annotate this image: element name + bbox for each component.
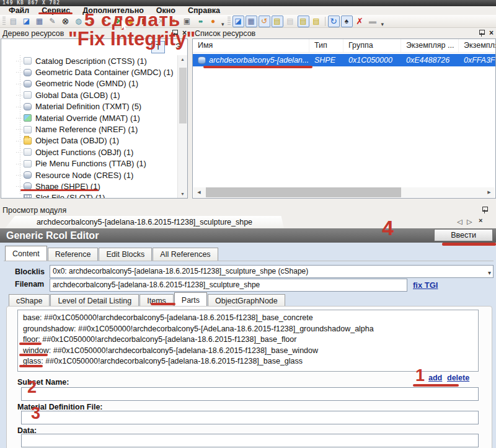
tab-all-references[interactable]: All References <box>153 248 218 261</box>
tree-item-glob[interactable]: Global Data (GLOB) (1) <box>1 89 177 101</box>
tree-item-mmat[interactable]: Material Override (MMAT) (1) <box>1 112 177 123</box>
database-icon <box>24 171 32 179</box>
delete-record-icon[interactable]: ▤ <box>272 16 283 27</box>
underline-service-menu <box>38 12 73 14</box>
scroll-right-icon[interactable]: ▶ <box>484 187 495 197</box>
resource-row-selected[interactable]: archdecorbalcony5-[adelan... SHPE 0x1C05… <box>193 54 495 66</box>
subset-name-label: Subset Name: <box>17 378 69 387</box>
refresh-icon[interactable]: ↻ <box>328 16 340 27</box>
toolbar: ▤ ◪ ▦ ✎ ⊗ ◍ ◒ ◓ ❖ ◆ ▮ ✕ ✦ ▣ ●● ● ▾ ◪ ▦ ↺… <box>0 15 496 28</box>
rcol-editor-area: Content Reference Edit Blocks All Refere… <box>0 243 496 448</box>
record-disabled-icon[interactable]: ▤ <box>285 16 296 27</box>
toolbar-separator <box>325 17 326 26</box>
hat-icon[interactable]: ♠ <box>341 16 353 27</box>
tree-item-objd[interactable]: Object Data (OBJD) (1) <box>1 135 177 146</box>
underline-parts-tab <box>151 303 175 305</box>
subset-name-input[interactable] <box>21 387 479 401</box>
column-instance[interactable]: Экземпля <box>459 39 495 52</box>
records-icon[interactable]: ▤ <box>298 16 309 27</box>
part-line-glass[interactable]: glass: ##0x1C050000!archdecorbalcony5-[a… <box>23 356 473 367</box>
tab-reference[interactable]: Reference <box>48 248 99 261</box>
person-icon[interactable]: ● <box>207 16 219 27</box>
chevron-down-icon[interactable]: ▾ <box>488 267 491 278</box>
delete-red-icon[interactable]: ✗ <box>354 16 366 27</box>
delete-link[interactable]: delete <box>447 374 469 382</box>
grid-icon <box>24 194 32 198</box>
annotation-2: 2 <box>27 379 37 396</box>
filename-input[interactable]: archdecorbalcony5-[adelana-18.6.2015-f12… <box>50 279 407 292</box>
database-icon <box>24 103 32 110</box>
scroll-down-icon[interactable]: ▼ <box>178 192 187 196</box>
tree-scrollbar[interactable]: ▲ ▼ <box>177 55 187 198</box>
close-icon[interactable]: × <box>489 30 494 37</box>
scroll-up-icon[interactable]: ▲ <box>178 57 187 61</box>
scroll-thumb[interactable] <box>179 68 187 123</box>
toolbar-grip[interactable] <box>2 17 6 26</box>
part-line-groundshadow[interactable]: groundshadow: ##0x1C050000!archdecorbalc… <box>23 324 473 335</box>
menu-bar: Файл Сервис Дополнительно Окно Справка <box>0 6 496 15</box>
column-type[interactable]: Тип <box>309 39 343 52</box>
globe-icon[interactable]: ◍ <box>73 16 84 27</box>
parts-listbox[interactable]: base: ##0x1C050000!archdecorbalcony5-[ad… <box>17 310 479 372</box>
row-instance-hi: 0xE4488726 <box>401 56 459 65</box>
save-package-icon[interactable]: ▦ <box>33 16 45 27</box>
row-instance: 0xFFA3F5 <box>459 56 495 65</box>
scroll-thumb[interactable] <box>206 187 401 197</box>
blocklist-combobox[interactable]: 0x0: archdecorbalcony5-[adelana-18.6.201… <box>50 265 494 278</box>
column-group[interactable]: Группа <box>343 39 401 52</box>
tree-items: Catalog Description (CTSS) (1) Geometric… <box>1 55 177 198</box>
close-package-icon[interactable]: ⊗ <box>60 16 71 27</box>
toolbar-overflow-icon[interactable]: ▾ <box>381 21 384 27</box>
camera-icon[interactable]: ▣ <box>181 16 193 27</box>
tree-item-ttab[interactable]: Pie Menu Functions (TTAB) (1) <box>1 158 177 169</box>
commit-button[interactable]: Ввести <box>434 229 493 241</box>
fix-tgi-link[interactable]: fix TGI <box>413 280 438 290</box>
nav-prev-icon[interactable]: ◁ <box>457 218 462 226</box>
data-input[interactable] <box>21 434 479 447</box>
eraser-icon[interactable]: ▬ <box>367 16 379 27</box>
tab-content[interactable]: Content <box>5 246 47 261</box>
nav-next-icon[interactable]: ▷ <box>467 218 472 226</box>
restore-icon[interactable]: ↺ <box>259 16 270 27</box>
part-line-window[interactable]: window: ##0x1C050000!archdecorbalcony5-[… <box>23 346 473 357</box>
people-icon[interactable]: ●● <box>194 16 206 27</box>
tree-item-slot[interactable]: Slot File (SLOT) (1) <box>1 192 177 198</box>
new-package-icon[interactable]: ▤ <box>7 16 19 27</box>
column-instance-hi[interactable]: Экземпляр ... <box>401 39 459 52</box>
menu-file[interactable]: Файл <box>2 6 35 15</box>
annotation-step5: 5 сделать <box>84 11 180 29</box>
part-line-floor[interactable]: floor: ##0x1C050000!archdecorbalcony5-[a… <box>23 334 473 346</box>
part-line-base[interactable]: base: ##0x1C050000!archdecorbalcony5-[ad… <box>23 313 473 324</box>
tree-item-cres[interactable]: Resource Node (CRES) (1) <box>1 169 177 181</box>
list-horizontal-scrollbar[interactable]: ◀ ▶ <box>193 187 495 197</box>
save-resource-icon[interactable]: ▦ <box>246 16 257 27</box>
open-package-icon[interactable]: ◪ <box>20 16 32 27</box>
underline-resource-row <box>203 66 312 68</box>
menu-help[interactable]: Справка <box>182 6 226 15</box>
pin-icon[interactable] <box>479 30 484 37</box>
tree-item-nref[interactable]: Name Reference (NREF) (1) <box>1 123 177 135</box>
underline-add-link <box>413 384 459 387</box>
rcol-editor-banner: Generic Rcol Editor <box>0 228 496 243</box>
page-icon <box>24 148 32 156</box>
close-tab-icon[interactable]: × <box>479 217 482 224</box>
tree-item-gmnd[interactable]: Geometric Node (GMND) (1) <box>1 78 177 89</box>
open-resource-icon[interactable]: ◪ <box>232 16 244 27</box>
annotation-1: 1 <box>415 367 425 384</box>
toolbar-grip[interactable] <box>228 17 231 26</box>
tree-item-txmt[interactable]: Material Definition (TXMT) (5) <box>1 101 177 112</box>
tab-edit-blocks[interactable]: Edit Blocks <box>99 248 152 261</box>
annotation-3: 3 <box>31 405 40 422</box>
tree-item-objf[interactable]: Object Functions (OBJf) (1) <box>1 146 177 158</box>
toolbar-overflow-icon[interactable]: ▾ <box>221 21 224 27</box>
add-link[interactable]: add <box>428 374 442 382</box>
column-name[interactable]: Имя <box>193 39 309 52</box>
tree-item-ctss[interactable]: Catalog Description (CTSS) (1) <box>1 55 177 66</box>
pin-icon[interactable] <box>482 207 487 213</box>
scroll-left-icon[interactable]: ◀ <box>193 187 205 197</box>
tree-item-gmdc[interactable]: Geometric Data Container (GMDC) (1) <box>1 66 177 78</box>
record-icon[interactable]: ▤ <box>311 16 322 27</box>
document-tab[interactable]: archdecorbalcony5-[adelana-18.6.2015-f12… <box>5 216 284 228</box>
save-as-icon[interactable]: ✎ <box>46 16 58 27</box>
material-definition-input[interactable] <box>21 411 479 424</box>
